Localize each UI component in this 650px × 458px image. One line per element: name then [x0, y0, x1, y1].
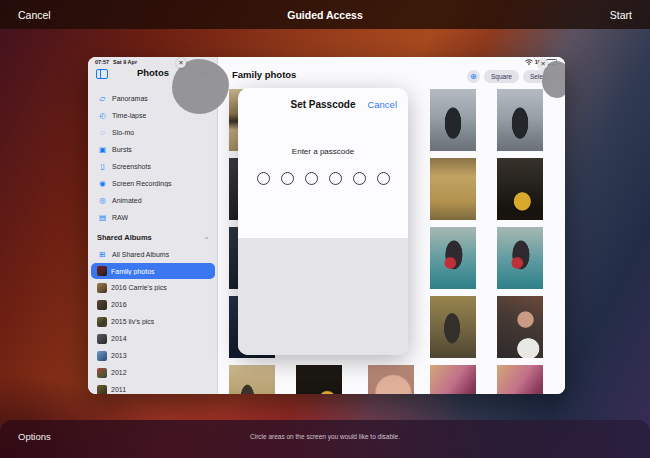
passcode-keypad-area[interactable] — [238, 238, 408, 355]
sidebar-item-label: 2016 Carrie's pics — [111, 284, 167, 291]
album-thumbnail — [97, 385, 107, 395]
photo-thumbnail — [497, 158, 543, 220]
sidebar-item-2011: 2011 — [88, 381, 218, 394]
close-icon[interactable]: ✕ — [538, 59, 548, 69]
guided-access-top-bar: Cancel Guided Access Start — [0, 0, 650, 29]
close-icon[interactable]: ✕ — [176, 58, 186, 68]
photo-thumbnail — [430, 158, 476, 220]
album-thumbnail — [97, 266, 107, 276]
sidebar-item-label: Bursts — [112, 146, 132, 153]
sidebar-item-bursts: ▣Bursts — [88, 141, 218, 158]
cancel-button[interactable]: Cancel — [18, 9, 51, 21]
sidebar-item-label: Family photos — [111, 268, 155, 275]
status-bar-left: 07:57 Sat 9 Apr — [95, 59, 137, 65]
sidebar-item-label: Time-lapse — [112, 112, 146, 119]
sidebar-item-label: All Shared Albums — [112, 251, 169, 258]
photo-thumbnail — [430, 227, 476, 289]
passcode-dot — [305, 172, 318, 185]
shared-albums-list: ⊞All Shared AlbumsFamily photos2016 Carr… — [88, 246, 218, 394]
album-thumbnail — [97, 351, 107, 361]
set-passcode-dialog: Set Passcode Cancel Enter a passcode — [238, 88, 408, 355]
sidebar-item-label: RAW — [112, 214, 128, 221]
sidebar-item-2016: 2016 — [88, 296, 218, 313]
photo-thumbnail — [368, 365, 414, 394]
sidebar-item-2014: 2014 — [88, 330, 218, 347]
screen-recordings-icon: ◉ — [97, 180, 108, 188]
status-date: Sat 9 Apr — [113, 59, 137, 65]
photo-thumbnail — [497, 365, 543, 394]
shared-album-icon: ⊞ — [97, 251, 108, 259]
sidebar-item-2012: 2012 — [88, 364, 218, 381]
sidebar-item-label: 2014 — [111, 335, 127, 342]
photo-thumbnail — [497, 89, 543, 151]
sidebar-item-2015-liv-s-pics: 2015 liv's pics — [88, 313, 218, 330]
album-thumbnail — [97, 334, 107, 344]
passcode-dot — [329, 172, 342, 185]
sidebar-item-raw: ▤RAW — [88, 209, 218, 226]
photo-thumbnail — [497, 296, 543, 358]
passcode-dot — [281, 172, 294, 185]
album-thumbnail — [97, 300, 107, 310]
sidebar-item-screenshots: ▯Screenshots — [88, 158, 218, 175]
square-button: Square — [484, 70, 519, 83]
sidebar-item-label: Screenshots — [112, 163, 151, 170]
sidebar-item-all-shared-albums: ⊞All Shared Albums — [88, 246, 218, 263]
raw-icon: ▤ — [97, 214, 108, 222]
passcode-entry-dots[interactable] — [238, 172, 408, 185]
passcode-dot — [377, 172, 390, 185]
album-thumbnail — [97, 368, 107, 378]
sidebar-item-label: 2016 — [111, 301, 127, 308]
sidebar-list: ▱Panoramas◴Time-lapse◌Slo-mo▣Bursts▯Scre… — [88, 90, 218, 394]
status-time: 07:57 — [95, 59, 109, 65]
slomo-icon: ◌ — [97, 129, 108, 137]
shared-albums-section-header: Shared Albums ⌄ — [88, 228, 218, 246]
panorama-icon: ▱ — [97, 95, 108, 103]
sidebar-item-label: Panoramas — [112, 95, 148, 102]
photo-thumbnail — [430, 296, 476, 358]
passcode-dot — [257, 172, 270, 185]
sidebar-item-screen-recordings: ◉Screen Recordings — [88, 175, 218, 192]
sidebar-item-slo-mo: ◌Slo-mo — [88, 124, 218, 141]
ipad-screenshot[interactable]: 07:57 Sat 9 Apr 100 Photos Edit ▱Panoram… — [88, 57, 565, 394]
photo-thumbnail — [430, 365, 476, 394]
photo-thumbnail — [430, 89, 476, 151]
sidebar-item-family-photos: Family photos — [91, 263, 215, 279]
page-title: Guided Access — [0, 9, 650, 21]
sidebar-item-label: 2012 — [111, 369, 127, 376]
album-title: Family photos — [232, 69, 296, 80]
screenshots-icon: ▯ — [97, 163, 108, 171]
sidebar-item-label: Animated — [112, 197, 142, 204]
photo-thumbnail — [497, 227, 543, 289]
sidebar-item-label: 2015 liv's pics — [111, 318, 154, 325]
photo-thumbnail — [229, 365, 275, 394]
sidebar-item-animated: ◎Animated — [88, 192, 218, 209]
start-button[interactable]: Start — [610, 9, 632, 21]
dialog-cancel-button[interactable]: Cancel — [367, 99, 397, 110]
guided-access-bottom-bar: Options Circle areas on the screen you w… — [0, 420, 650, 458]
album-thumbnail — [97, 283, 107, 293]
passcode-prompt: Enter a passcode — [238, 147, 408, 156]
wifi-icon — [525, 59, 533, 65]
album-thumbnail — [97, 317, 107, 327]
sidebar-item-2013: 2013 — [88, 347, 218, 364]
sidebar-item-2016-carrie-s-pics: 2016 Carrie's pics — [88, 279, 218, 296]
animated-icon: ◎ — [97, 197, 108, 205]
guided-access-setup-screen: Cancel Guided Access Start 07:57 Sat 9 A… — [0, 0, 650, 458]
sidebar-item-label: 2013 — [111, 352, 127, 359]
sidebar-item-label: 2011 — [111, 386, 126, 393]
zoom-icon: ⊕ — [467, 70, 480, 83]
passcode-dot — [353, 172, 366, 185]
instruction-text: Circle areas on the screen you would lik… — [0, 433, 650, 440]
sidebar-item-label: Screen Recordings — [112, 180, 172, 187]
timelapse-icon: ◴ — [97, 112, 108, 120]
photo-thumbnail — [296, 365, 342, 394]
sidebar-item-label: Slo-mo — [112, 129, 134, 136]
bursts-icon: ▣ — [97, 146, 108, 154]
shared-albums-label: Shared Albums — [97, 233, 152, 242]
